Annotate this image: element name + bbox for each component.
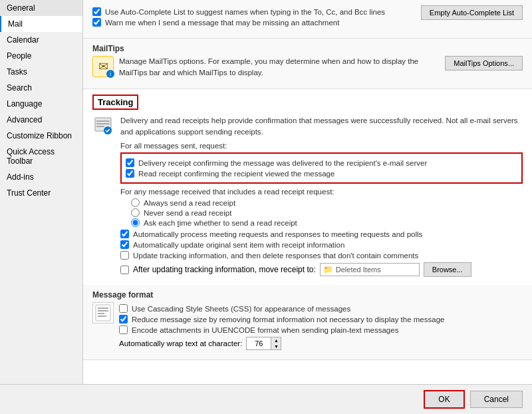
sidebar-item-customize-ribbon[interactable]: Customize Ribbon (0, 128, 82, 144)
autocomplete-checkbox2-row: Warn me when I send a message that may b… (92, 18, 416, 27)
tracking-icon (92, 115, 114, 136)
encode-label: Encode attachments in UUENCODE format wh… (132, 326, 398, 334)
after-updating-row: After updating tracking information, mov… (120, 262, 523, 277)
update-tracking-checkbox[interactable] (120, 251, 129, 260)
message-format-row: Use Cascading Style Sheets (CSS) for app… (92, 302, 523, 350)
wrap-row: Automatically wrap text at character: ▲ … (119, 337, 523, 350)
mailtips-section: MailTips ✉ i Manage MailTips options. Fo… (83, 39, 532, 89)
css-label: Use Cascading Style Sheets (CSS) for app… (132, 305, 350, 313)
autocomplete-checkbox1[interactable] (92, 7, 101, 16)
mailtips-header: MailTips (92, 44, 523, 53)
svg-rect-1 (96, 120, 110, 122)
mailtips-icon: ✉ i (92, 56, 114, 77)
folder-icon: 📁 (323, 265, 333, 274)
mailtips-options-button[interactable]: MailTips Options... (445, 56, 523, 71)
never-send-label: Never send a read receipt (144, 209, 231, 217)
auto-update-checkbox[interactable] (120, 240, 129, 249)
reduce-checkbox[interactable] (119, 315, 128, 323)
sidebar-item-mail[interactable]: Mail (0, 16, 82, 32)
update-tracking-label: Update tracking information, and then de… (133, 252, 418, 260)
sidebar-item-advanced[interactable]: Advanced (0, 112, 82, 128)
ask-each-radio[interactable] (131, 218, 140, 227)
sidebar-item-tasks[interactable]: Tasks (0, 64, 82, 80)
message-format-header: Message format (92, 290, 523, 300)
svg-rect-2 (96, 123, 110, 124)
auto-process-checkbox[interactable] (120, 230, 129, 238)
encode-checkbox[interactable] (119, 325, 128, 334)
svg-rect-9 (98, 315, 106, 317)
spin-up-button[interactable]: ▲ (271, 337, 281, 343)
never-send-row: Never send a read receipt (131, 208, 523, 217)
read-receipt-label: Read receipt confirming the recipient vi… (138, 170, 334, 178)
auto-process-label: Automatically process meeting requests a… (133, 230, 422, 238)
svg-rect-6 (98, 308, 108, 309)
wrap-label: Automatically wrap text at character: (119, 339, 242, 347)
after-updating-label: After updating tracking information, mov… (133, 265, 316, 274)
deleted-items-label: Deleted Items (336, 266, 381, 274)
ok-button[interactable]: OK (424, 390, 464, 409)
svg-rect-3 (96, 126, 104, 127)
sidebar-item-search[interactable]: Search (0, 80, 82, 96)
browse-button[interactable]: Browse... (424, 262, 471, 277)
tracking-body: Delivery and read receipts help provide … (92, 115, 523, 278)
spin-buttons: ▲ ▼ (271, 337, 281, 349)
always-send-row: Always send a read receipt (131, 198, 523, 207)
dialog-footer: OK Cancel (0, 384, 532, 414)
autocomplete-section: Use Auto-Complete List to suggest names … (83, 0, 532, 39)
svg-rect-7 (98, 310, 108, 311)
message-format-section: Message format (83, 285, 532, 360)
message-format-content: Use Cascading Style Sheets (CSS) for app… (119, 302, 523, 350)
wrap-value-input[interactable] (247, 339, 271, 348)
receipt-radio-group: Always send a read receipt Never send a … (131, 198, 523, 227)
mailtips-description: Manage MailTips options. For example, yo… (119, 56, 440, 79)
content-panel: Use Auto-Complete List to suggest names … (83, 0, 532, 384)
autocomplete-checkbox2-label: Warn me when I send a message that may b… (105, 19, 339, 27)
read-receipt-checkbox[interactable] (126, 169, 134, 178)
info-badge-icon: i (106, 70, 114, 78)
css-row: Use Cascading Style Sheets (CSS) for app… (119, 304, 523, 313)
delivery-receipt-checkbox[interactable] (126, 158, 134, 167)
main-area: General Mail Calendar People Tasks Searc… (0, 0, 532, 384)
dialog: General Mail Calendar People Tasks Searc… (0, 0, 532, 414)
sidebar-item-quick-access-toolbar[interactable]: Quick Access Toolbar (0, 144, 82, 169)
sidebar-item-calendar[interactable]: Calendar (0, 32, 82, 48)
css-checkbox[interactable] (119, 304, 128, 313)
sidebar-item-trust-center[interactable]: Trust Center (0, 185, 82, 201)
delivery-receipt-row: Delivery receipt confirming the message … (126, 158, 517, 167)
sidebar-item-people[interactable]: People (0, 48, 82, 64)
sidebar: General Mail Calendar People Tasks Searc… (0, 0, 83, 384)
update-tracking-row: Update tracking information, and then de… (120, 251, 523, 260)
delivery-receipt-label: Delivery receipt confirming the message … (138, 159, 427, 167)
svg-rect-8 (98, 313, 104, 314)
spin-down-button[interactable]: ▼ (271, 343, 281, 349)
auto-update-row: Automatically update original sent item … (120, 240, 523, 249)
deleted-items-input: 📁 Deleted Items (320, 263, 420, 276)
always-send-radio[interactable] (131, 198, 140, 207)
after-updating-checkbox[interactable] (120, 266, 129, 274)
sidebar-item-language[interactable]: Language (0, 96, 82, 112)
autocomplete-checkbox1-label: Use Auto-Complete List to suggest names … (105, 8, 385, 16)
auto-update-label: Automatically update original sent item … (133, 241, 344, 249)
wrap-spinner[interactable]: ▲ ▼ (246, 337, 281, 350)
autocomplete-checkbox2[interactable] (92, 18, 101, 27)
tracking-description: Delivery and read receipts help provide … (120, 115, 523, 138)
auto-process-row: Automatically process meeting requests a… (120, 230, 523, 238)
tracking-content: Delivery and read receipts help provide … (120, 115, 523, 278)
message-format-icon (92, 302, 114, 323)
empty-autocomplete-button[interactable]: Empty Auto-Complete List (421, 5, 523, 20)
reduce-label: Reduce message size by removing format i… (132, 315, 444, 323)
mailtips-row: ✉ i Manage MailTips options. For example… (92, 56, 523, 79)
for-received-label: For any message received that includes a… (120, 188, 523, 196)
sidebar-item-add-ins[interactable]: Add-ins (0, 169, 82, 185)
sidebar-item-general[interactable]: General (0, 0, 82, 16)
cancel-button[interactable]: Cancel (470, 391, 523, 408)
tracking-section: Tracking Delivery and read rec (83, 89, 532, 283)
autocomplete-row: Use Auto-Complete List to suggest names … (92, 5, 523, 29)
never-send-radio[interactable] (131, 208, 140, 217)
ask-each-label: Ask each time whether to send a read rec… (144, 219, 297, 227)
tracking-header: Tracking (92, 95, 138, 110)
delivery-read-receipts-box: Delivery receipt confirming the message … (120, 152, 523, 184)
read-receipt-row: Read receipt confirming the recipient vi… (126, 169, 517, 178)
reduce-row: Reduce message size by removing format i… (119, 315, 523, 323)
always-send-label: Always send a read receipt (144, 199, 235, 207)
